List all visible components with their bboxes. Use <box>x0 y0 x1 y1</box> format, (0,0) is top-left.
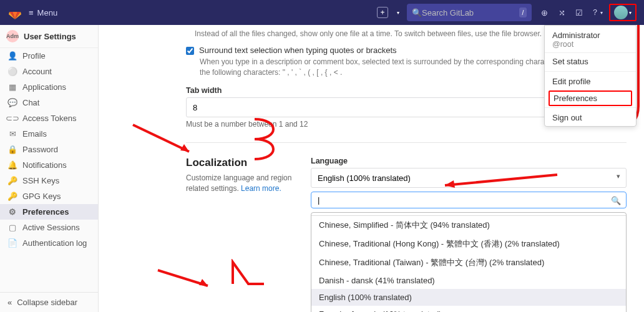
gitlab-logo <box>7 5 22 20</box>
menu-button[interactable]: ≡ Menu <box>29 8 57 17</box>
search-icon: 🔍 <box>412 8 422 17</box>
merge-request-icon[interactable]: ⤭ <box>557 7 567 17</box>
search-icon: 🔍 <box>611 196 621 205</box>
search-kbd-hint: / <box>519 7 527 17</box>
sidebar-item-profile[interactable]: 👤Profile <box>0 48 98 64</box>
avatar <box>614 6 628 19</box>
language-option[interactable]: Chinese, Traditional (Taiwan) - 繁體中文 (台灣… <box>311 253 626 272</box>
sidebar-item-label: Authentication log <box>22 238 87 248</box>
sidebar-item-label: Preferences <box>22 207 69 217</box>
sidebar-item-label: Applications <box>22 82 66 92</box>
todo-icon[interactable]: ☑ <box>574 7 584 17</box>
sidebar-icon: 📄 <box>7 238 17 248</box>
help-icon[interactable]: ？▾ <box>592 7 602 17</box>
sidebar-item-label: Password <box>22 145 58 154</box>
language-option[interactable]: Danish - dansk (41% translated) <box>311 272 626 289</box>
search-input[interactable] <box>422 8 515 17</box>
collapse-sidebar[interactable]: « Collapse sidebar <box>0 292 98 312</box>
sidebar-item-password[interactable]: 🔒Password <box>0 142 98 157</box>
sidebar-title: User Settings <box>24 32 76 41</box>
language-option[interactable]: Chinese, Traditional (Hong Kong) - 繁體中文 … <box>311 235 626 253</box>
sidebar-icon: ⚙ <box>7 207 17 217</box>
sidebar-item-label: Notifications <box>22 160 67 170</box>
sidebar-item-label: Profile <box>22 51 46 61</box>
menu-label: Menu <box>37 8 58 17</box>
sidebar-item-label: Chat <box>22 98 39 107</box>
sidebar-icon: ⚪ <box>7 67 17 76</box>
user-menu-set-status[interactable]: Set status <box>545 53 636 70</box>
topbar: ≡ Menu +▾ 🔍 / ⊕ ⤭ ☑ ？▾ ▾ <box>0 0 644 25</box>
localization-desc: Customize language and region related se… <box>186 173 301 194</box>
sidebar-item-notifications[interactable]: 🔔Notifications <box>0 157 98 173</box>
language-option[interactable]: English (100% translated) <box>311 289 626 306</box>
localization-title: Localization <box>186 157 301 169</box>
language-label: Language <box>311 157 627 165</box>
sidebar-item-label: Emails <box>22 129 47 139</box>
localization-learn-more[interactable]: Learn more. <box>241 184 281 193</box>
sidebar-item-label: GPG Keys <box>22 192 61 201</box>
sidebar-icon: ⊂⊃ <box>7 114 17 123</box>
sidebar-icon: ▢ <box>7 223 17 232</box>
surround-checkbox[interactable] <box>186 47 194 55</box>
language-option[interactable]: Chinese, Simplified - 简体中文 (94% translat… <box>311 216 626 235</box>
user-menu-edit-profile[interactable]: Edit profile <box>545 73 636 90</box>
sidebar-item-label: Active Sessions <box>22 223 80 232</box>
sidebar-item-label: Account <box>22 67 52 76</box>
sidebar-item-ssh-keys[interactable]: 🔑SSH Keys <box>0 173 98 188</box>
sidebar-item-account[interactable]: ⚪Account <box>0 64 98 79</box>
sidebar-item-chat[interactable]: 💬Chat <box>0 95 98 110</box>
avatar-dropdown[interactable]: ▾ <box>609 4 637 21</box>
user-menu: Administrator @root Set status Edit prof… <box>544 25 637 127</box>
sidebar-icon: ▦ <box>7 82 17 92</box>
sidebar-avatar: Adm <box>6 30 19 42</box>
user-menu-preferences[interactable]: Preferences <box>549 90 632 106</box>
sidebar-item-label: SSH Keys <box>22 176 59 185</box>
user-menu-name: Administrator <box>552 31 628 40</box>
sidebar-icon: 🔔 <box>7 160 17 170</box>
search-box[interactable]: 🔍 / <box>407 4 532 21</box>
sidebar-icon: 🔒 <box>7 145 17 154</box>
surround-label: Surround text selection when typing quot… <box>199 46 397 55</box>
user-menu-sign-out[interactable]: Sign out <box>545 109 636 126</box>
sidebar-icon: 🔑 <box>7 176 17 185</box>
sidebar-header[interactable]: Adm User Settings <box>0 25 98 48</box>
sidebar-item-authentication-log[interactable]: 📄Authentication log <box>0 235 98 251</box>
language-search-input[interactable] <box>318 195 608 205</box>
issues-icon[interactable]: ⊕ <box>539 7 549 17</box>
sidebar-icon: ✉ <box>7 129 17 139</box>
sidebar-item-applications[interactable]: ▦Applications <box>0 79 98 95</box>
sidebar: Adm User Settings 👤Profile⚪Account▦Appli… <box>0 25 99 312</box>
language-option[interactable]: French - français (10% translated) <box>311 306 626 312</box>
sidebar-icon: 💬 <box>7 98 17 107</box>
sidebar-icon: 🔑 <box>7 192 17 201</box>
sidebar-item-preferences[interactable]: ⚙Preferences <box>0 204 98 220</box>
collapse-label: Collapse sidebar <box>17 298 77 307</box>
sidebar-item-access-tokens[interactable]: ⊂⊃Access Tokens <box>0 110 98 126</box>
sidebar-icon: 👤 <box>7 51 17 61</box>
language-search-box[interactable]: 🔍 <box>311 192 627 208</box>
sidebar-item-emails[interactable]: ✉Emails <box>0 126 98 142</box>
new-button[interactable]: + <box>377 7 388 18</box>
language-dropdown: Chinese, Simplified - 简体中文 (94% translat… <box>311 212 627 312</box>
sidebar-item-active-sessions[interactable]: ▢Active Sessions <box>0 220 98 235</box>
sidebar-item-gpg-keys[interactable]: 🔑GPG Keys <box>0 188 98 204</box>
user-menu-handle: @root <box>552 40 628 49</box>
sidebar-item-label: Access Tokens <box>22 114 76 123</box>
language-select[interactable]: English (100% translated) <box>311 168 627 188</box>
